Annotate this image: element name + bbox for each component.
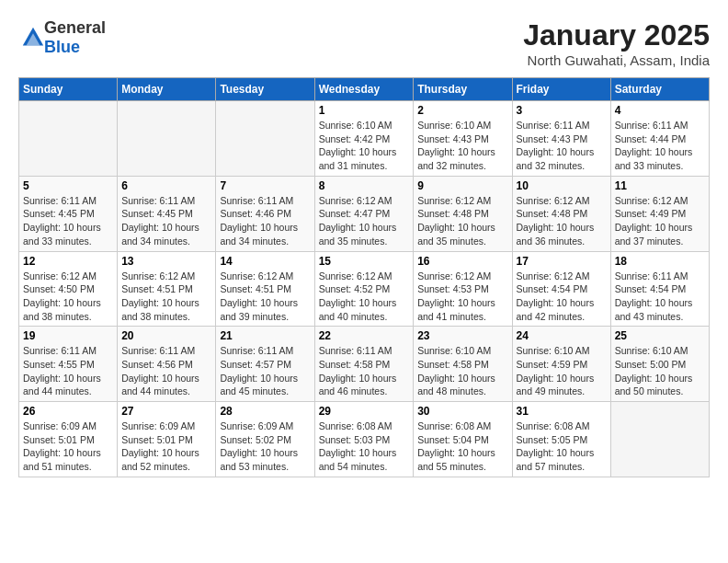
day-number: 7 — [220, 179, 310, 192]
calendar-cell: 12Sunrise: 6:12 AMSunset: 4:50 PMDayligh… — [19, 251, 118, 327]
page-header: General Blue January 2025 North Guwahati… — [18, 18, 710, 68]
day-number: 2 — [417, 104, 507, 117]
calendar-week-4: 19Sunrise: 6:11 AMSunset: 4:55 PMDayligh… — [19, 327, 710, 402]
weekday-header-monday: Monday — [118, 78, 216, 101]
day-number: 30 — [417, 405, 507, 418]
calendar-cell: 26Sunrise: 6:09 AMSunset: 5:01 PMDayligh… — [19, 402, 118, 477]
day-info: Sunrise: 6:11 AMSunset: 4:43 PMDaylight:… — [517, 119, 607, 173]
calendar-cell — [19, 101, 118, 177]
day-number: 23 — [417, 329, 507, 342]
calendar-cell: 15Sunrise: 6:12 AMSunset: 4:52 PMDayligh… — [314, 251, 414, 327]
weekday-header-tuesday: Tuesday — [216, 78, 314, 101]
day-number: 5 — [23, 179, 113, 192]
calendar-cell: 7Sunrise: 6:11 AMSunset: 4:46 PMDaylight… — [216, 176, 314, 251]
day-number: 4 — [615, 104, 705, 117]
day-info: Sunrise: 6:12 AMSunset: 4:52 PMDaylight:… — [319, 270, 410, 324]
calendar-cell: 23Sunrise: 6:10 AMSunset: 4:58 PMDayligh… — [414, 327, 512, 402]
title-block: January 2025 North Guwahati, Assam, Indi… — [523, 18, 710, 68]
month-title: January 2025 — [523, 18, 710, 52]
day-info: Sunrise: 6:10 AMSunset: 5:00 PMDaylight:… — [615, 344, 705, 398]
calendar-cell: 31Sunrise: 6:08 AMSunset: 5:05 PMDayligh… — [512, 402, 610, 477]
calendar-cell — [216, 101, 314, 177]
day-number: 1 — [319, 104, 410, 117]
calendar-cell — [118, 101, 216, 177]
calendar-table: SundayMondayTuesdayWednesdayThursdayFrid… — [18, 77, 710, 477]
day-number: 3 — [517, 104, 607, 117]
logo-blue: Blue — [44, 38, 80, 56]
calendar-cell: 8Sunrise: 6:12 AMSunset: 4:47 PMDaylight… — [314, 176, 414, 251]
weekday-header-friday: Friday — [512, 78, 610, 101]
calendar-cell: 9Sunrise: 6:12 AMSunset: 4:48 PMDaylight… — [414, 176, 512, 251]
day-number: 15 — [319, 255, 410, 268]
day-info: Sunrise: 6:08 AMSunset: 5:05 PMDaylight:… — [517, 419, 607, 474]
calendar-cell: 10Sunrise: 6:12 AMSunset: 4:48 PMDayligh… — [512, 176, 610, 251]
calendar-week-1: 1Sunrise: 6:10 AMSunset: 4:42 PMDaylight… — [19, 101, 710, 177]
day-number: 12 — [23, 255, 113, 268]
logo-general: General — [44, 18, 106, 37]
day-info: Sunrise: 6:11 AMSunset: 4:57 PMDaylight:… — [220, 344, 310, 398]
day-info: Sunrise: 6:09 AMSunset: 5:02 PMDaylight:… — [220, 419, 310, 474]
calendar-cell — [610, 402, 709, 477]
calendar-week-2: 5Sunrise: 6:11 AMSunset: 4:45 PMDaylight… — [19, 176, 710, 251]
day-number: 6 — [121, 179, 211, 192]
logo-icon — [20, 25, 46, 51]
day-info: Sunrise: 6:11 AMSunset: 4:45 PMDaylight:… — [23, 194, 113, 248]
day-info: Sunrise: 6:12 AMSunset: 4:51 PMDaylight:… — [121, 270, 211, 324]
calendar-cell: 21Sunrise: 6:11 AMSunset: 4:57 PMDayligh… — [216, 327, 314, 402]
day-info: Sunrise: 6:12 AMSunset: 4:48 PMDaylight:… — [517, 194, 607, 248]
calendar-week-5: 26Sunrise: 6:09 AMSunset: 5:01 PMDayligh… — [19, 402, 710, 477]
calendar-cell: 20Sunrise: 6:11 AMSunset: 4:56 PMDayligh… — [118, 327, 216, 402]
day-info: Sunrise: 6:12 AMSunset: 4:50 PMDaylight:… — [23, 270, 113, 324]
day-number: 24 — [517, 329, 607, 342]
calendar-cell: 6Sunrise: 6:11 AMSunset: 4:45 PMDaylight… — [118, 176, 216, 251]
day-info: Sunrise: 6:09 AMSunset: 5:01 PMDaylight:… — [23, 419, 113, 474]
day-info: Sunrise: 6:09 AMSunset: 5:01 PMDaylight:… — [121, 419, 211, 474]
weekday-header-thursday: Thursday — [414, 78, 512, 101]
calendar-cell: 3Sunrise: 6:11 AMSunset: 4:43 PMDaylight… — [512, 101, 610, 177]
day-number: 27 — [121, 405, 211, 418]
day-number: 14 — [220, 255, 310, 268]
day-info: Sunrise: 6:11 AMSunset: 4:54 PMDaylight:… — [615, 270, 705, 324]
day-number: 9 — [417, 179, 507, 192]
calendar-cell: 16Sunrise: 6:12 AMSunset: 4:53 PMDayligh… — [414, 251, 512, 327]
day-info: Sunrise: 6:12 AMSunset: 4:48 PMDaylight:… — [417, 194, 507, 248]
logo: General Blue — [18, 18, 106, 57]
calendar-cell: 18Sunrise: 6:11 AMSunset: 4:54 PMDayligh… — [610, 251, 709, 327]
day-number: 22 — [319, 329, 410, 342]
calendar-cell: 4Sunrise: 6:11 AMSunset: 4:44 PMDaylight… — [610, 101, 709, 177]
day-info: Sunrise: 6:12 AMSunset: 4:47 PMDaylight:… — [319, 194, 410, 248]
day-info: Sunrise: 6:10 AMSunset: 4:58 PMDaylight:… — [417, 344, 507, 398]
day-number: 25 — [615, 329, 705, 342]
calendar-cell: 27Sunrise: 6:09 AMSunset: 5:01 PMDayligh… — [118, 402, 216, 477]
day-number: 10 — [517, 179, 607, 192]
day-number: 28 — [220, 405, 310, 418]
day-info: Sunrise: 6:11 AMSunset: 4:44 PMDaylight:… — [615, 119, 705, 173]
calendar-cell: 28Sunrise: 6:09 AMSunset: 5:02 PMDayligh… — [216, 402, 314, 477]
calendar-cell: 24Sunrise: 6:10 AMSunset: 4:59 PMDayligh… — [512, 327, 610, 402]
calendar-cell: 17Sunrise: 6:12 AMSunset: 4:54 PMDayligh… — [512, 251, 610, 327]
day-info: Sunrise: 6:11 AMSunset: 4:58 PMDaylight:… — [319, 344, 410, 398]
location-title: North Guwahati, Assam, India — [523, 52, 710, 68]
calendar-cell: 11Sunrise: 6:12 AMSunset: 4:49 PMDayligh… — [610, 176, 709, 251]
calendar-cell: 5Sunrise: 6:11 AMSunset: 4:45 PMDaylight… — [19, 176, 118, 251]
day-info: Sunrise: 6:11 AMSunset: 4:55 PMDaylight:… — [23, 344, 113, 398]
day-number: 11 — [615, 179, 705, 192]
day-info: Sunrise: 6:12 AMSunset: 4:49 PMDaylight:… — [615, 194, 705, 248]
day-number: 26 — [23, 405, 113, 418]
day-info: Sunrise: 6:10 AMSunset: 4:59 PMDaylight:… — [517, 344, 607, 398]
day-number: 31 — [517, 405, 607, 418]
day-number: 29 — [319, 405, 410, 418]
day-info: Sunrise: 6:11 AMSunset: 4:46 PMDaylight:… — [220, 194, 310, 248]
day-info: Sunrise: 6:12 AMSunset: 4:54 PMDaylight:… — [517, 270, 607, 324]
day-number: 18 — [615, 255, 705, 268]
calendar-cell: 2Sunrise: 6:10 AMSunset: 4:43 PMDaylight… — [414, 101, 512, 177]
calendar-cell: 1Sunrise: 6:10 AMSunset: 4:42 PMDaylight… — [314, 101, 414, 177]
day-number: 19 — [23, 329, 113, 342]
day-info: Sunrise: 6:11 AMSunset: 4:45 PMDaylight:… — [121, 194, 211, 248]
calendar-cell: 13Sunrise: 6:12 AMSunset: 4:51 PMDayligh… — [118, 251, 216, 327]
calendar-cell: 19Sunrise: 6:11 AMSunset: 4:55 PMDayligh… — [19, 327, 118, 402]
day-number: 20 — [121, 329, 211, 342]
calendar-week-3: 12Sunrise: 6:12 AMSunset: 4:50 PMDayligh… — [19, 251, 710, 327]
day-number: 17 — [517, 255, 607, 268]
day-number: 16 — [417, 255, 507, 268]
